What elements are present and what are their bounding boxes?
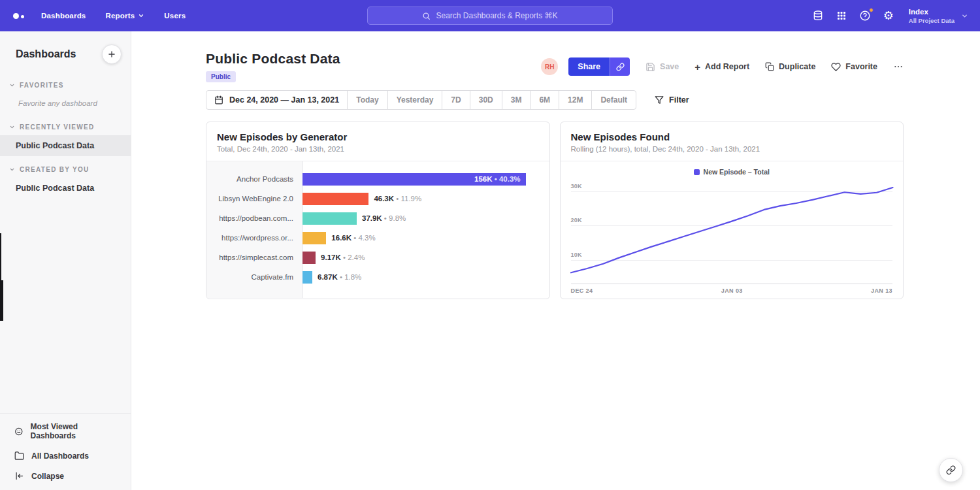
data-management-button[interactable] [812,10,824,22]
bar-segment[interactable] [302,271,312,284]
bar-value-label: 46.3K • 11.9% [374,195,421,203]
section-label: FAVORITES [20,82,64,89]
date-preset-3m[interactable]: 3M [502,91,531,109]
nav-reports[interactable]: Reports [105,12,144,20]
date-preset-group: TodayYesterday7D30D3M6M12MDefault [347,91,636,109]
bar-row: https://wordpress.or...16.6K • 4.3% [206,228,549,248]
collapse-sidebar-button[interactable]: Collapse [0,466,131,486]
date-preset-7d[interactable]: 7D [442,91,469,109]
sidebar-footer: Most Viewed Dashboards All Dashboards Co… [0,413,131,490]
date-preset-6m[interactable]: 6M [530,91,559,109]
most-viewed-dashboards-button[interactable]: Most Viewed Dashboards [0,417,131,446]
bar-chart: Anchor Podcasts156K • 40.3%Libsyn WebEng… [206,161,549,298]
sidebar-header: Dashboards [0,31,131,72]
section-created-by-you: CREATED BY YOU Public Podcast Data [0,161,131,199]
x-axis-tick: DEC 24 [571,287,593,294]
bar-value-label: 6.87K • 1.8% [318,273,361,281]
project-name: Index [909,8,955,16]
share-link-fab[interactable] [939,458,963,482]
project-switcher[interactable]: Index All Project Data [909,8,968,24]
dashboard-header: Public Podcast Data Public RH Share Save [206,51,904,82]
chart-subtitle: Rolling (12 hours), total, Dec 24th, 202… [571,145,893,153]
date-preset-yesterday[interactable]: Yesterday [387,91,442,109]
bar-chart-rows: Anchor Podcasts156K • 40.3%Libsyn WebEng… [206,161,549,287]
section-created-by-you-header[interactable]: CREATED BY YOU [0,161,131,178]
card-header: New Episodes Found Rolling (12 hours), t… [561,122,904,161]
filter-button[interactable]: Filter [655,95,689,105]
bar-segment[interactable] [302,252,316,264]
more-options-button[interactable] [893,62,904,71]
add-report-label: Add Report [705,62,749,71]
collapse-label: Collapse [31,472,64,481]
screen-edge-artifact [0,280,3,321]
favorite-button[interactable]: Favorite [831,62,877,72]
share-button[interactable]: Share [568,57,610,76]
app-root: Dashboards Reports Users Search Dashboar… [0,0,980,490]
chevron-down-icon [9,82,15,88]
section-label: CREATED BY YOU [20,166,90,173]
bar-category-label[interactable]: Libsyn WebEngine 2.0 [206,195,302,203]
date-preset-12m[interactable]: 12M [559,91,591,109]
add-dashboard-button[interactable] [102,44,122,64]
chart-subtitle: Total, Dec 24th, 2020 - Jan 13th, 2021 [217,145,539,153]
x-axis-tick: JAN 03 [721,287,743,294]
chart-title[interactable]: New Episodes by Generator [217,131,539,142]
project-subtitle: All Project Data [909,17,955,24]
add-report-button[interactable]: + Add Report [694,62,749,72]
bar-segment[interactable] [302,232,326,244]
date-range-picker[interactable]: Dec 24, 2020 — Jan 13, 2021 [206,91,347,109]
section-favorites-header[interactable]: FAVORITES [0,77,131,93]
nav-dashboards[interactable]: Dashboards [41,12,86,20]
bar-category-label[interactable]: https://wordpress.or... [206,234,302,242]
search-input[interactable]: Search Dashboards & Reports ⌘K [367,7,613,25]
screen-edge-artifact [0,233,1,280]
bar-category-label[interactable]: Anchor Podcasts [206,175,302,183]
chart-title[interactable]: New Episodes Found [571,131,893,142]
body-row: Dashboards FAVORITES Favorite any dashbo… [0,31,980,490]
report-cards: New Episodes by Generator Total, Dec 24t… [206,122,904,299]
sidebar-item-public-podcast-data-created[interactable]: Public Podcast Data [0,178,131,199]
bar-row: Anchor Podcasts156K • 40.3% [206,169,549,189]
bar-row: Captivate.fm6.87K • 1.8% [206,267,549,287]
apps-grid-button[interactable] [836,10,847,21]
page-title: Public Podcast Data [206,51,340,67]
search-icon [422,12,431,20]
nav-users[interactable]: Users [164,12,186,20]
bar-segment[interactable] [302,212,357,225]
chart-legend: New Episode – Total [571,167,893,177]
bar-category-label[interactable]: https://podbean.com... [206,214,302,222]
legend-label: New Episode – Total [704,168,770,176]
share-link-button[interactable] [610,57,630,76]
grid-icon [836,10,847,21]
bar-row: https://podbean.com...37.9K • 9.8% [206,208,549,228]
duplicate-button[interactable]: Duplicate [765,62,815,71]
bar-segment[interactable] [302,193,368,205]
bar-segment[interactable]: 156K • 40.3% [302,173,526,186]
all-dashboards-button[interactable]: All Dashboards [0,446,131,466]
favorite-label: Favorite [845,62,877,71]
database-icon [812,10,824,22]
logo-dot [21,15,24,18]
all-dashboards-label: All Dashboards [31,451,89,461]
date-preset-today[interactable]: Today [347,91,387,109]
section-recently-viewed-header[interactable]: RECENTLY VIEWED [0,119,131,135]
help-button[interactable] [859,10,871,22]
date-preset-default[interactable]: Default [591,91,636,109]
sidebar-item-public-podcast-data[interactable]: Public Podcast Data [0,135,131,156]
bar-category-label[interactable]: Captivate.fm [206,273,302,281]
project-info: Index All Project Data [909,8,955,24]
chevron-down-icon [9,124,15,130]
bar-category-label[interactable]: https://simplecast.com [206,253,302,261]
date-range-label: Dec 24, 2020 — Jan 13, 2021 [229,95,339,105]
bar-track: 37.9K • 9.8% [302,212,540,225]
plus-icon: + [694,62,700,72]
date-preset-30d[interactable]: 30D [470,91,502,109]
more-dots-icon [893,62,904,71]
avatar[interactable]: RH [541,58,558,75]
favorites-empty-text: Favorite any dashboard [0,93,131,114]
card-header: New Episodes by Generator Total, Dec 24t… [206,122,549,161]
settings-button[interactable]: ⚙ [883,10,894,22]
mixpanel-logo[interactable] [13,13,24,19]
duplicate-label: Duplicate [779,62,815,71]
save-button[interactable]: Save [645,62,679,72]
